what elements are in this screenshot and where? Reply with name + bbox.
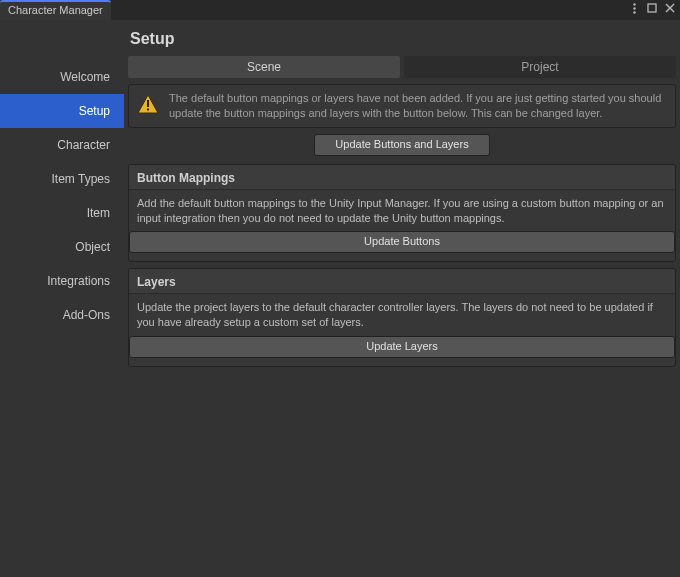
sidebar-item-label: Welcome bbox=[60, 70, 110, 84]
sidebar-item-label: Integrations bbox=[47, 274, 110, 288]
kebab-icon[interactable] bbox=[628, 2, 640, 14]
page-title: Setup bbox=[128, 24, 676, 56]
subtab-label: Project bbox=[521, 60, 558, 74]
sidebar-item-label: Object bbox=[75, 240, 110, 254]
svg-rect-8 bbox=[147, 109, 149, 111]
body: Welcome Setup Character Item Types Item … bbox=[0, 20, 680, 577]
section-body: Add the default button mappings to the U… bbox=[129, 190, 675, 230]
section-title: Layers bbox=[129, 269, 675, 294]
main: Setup Scene Project The default bu bbox=[124, 20, 680, 577]
update-buttons-button[interactable]: Update Buttons bbox=[129, 231, 675, 253]
sidebar-item-item[interactable]: Item bbox=[0, 196, 124, 230]
window-controls bbox=[628, 2, 676, 14]
sidebar-item-welcome[interactable]: Welcome bbox=[0, 60, 124, 94]
sidebar-item-label: Add-Ons bbox=[63, 308, 110, 322]
svg-point-2 bbox=[633, 11, 635, 13]
svg-point-1 bbox=[633, 7, 635, 9]
sidebar-item-object[interactable]: Object bbox=[0, 230, 124, 264]
update-layers-button[interactable]: Update Layers bbox=[129, 336, 675, 358]
sidebar: Welcome Setup Character Item Types Item … bbox=[0, 20, 124, 577]
close-icon[interactable] bbox=[664, 2, 676, 14]
sidebar-item-add-ons[interactable]: Add-Ons bbox=[0, 298, 124, 332]
update-buttons-and-layers-button[interactable]: Update Buttons and Layers bbox=[314, 134, 490, 156]
svg-rect-7 bbox=[147, 100, 149, 107]
button-label: Update Buttons bbox=[364, 235, 440, 247]
sidebar-item-label: Item bbox=[87, 206, 110, 220]
subtab-label: Scene bbox=[247, 60, 281, 74]
warning-box: The default button mappings or layers ha… bbox=[128, 84, 676, 128]
maximize-icon[interactable] bbox=[646, 2, 658, 14]
section-layers: Layers Update the project layers to the … bbox=[128, 268, 676, 367]
window: Character Manager Welcome Setup Characte… bbox=[0, 0, 680, 577]
sidebar-item-setup[interactable]: Setup bbox=[0, 94, 124, 128]
sidebar-item-label: Setup bbox=[79, 104, 110, 118]
svg-rect-3 bbox=[648, 4, 656, 12]
warning-icon bbox=[137, 93, 159, 115]
window-tab-label: Character Manager bbox=[8, 4, 103, 16]
empty-area bbox=[128, 367, 676, 577]
sidebar-item-label: Item Types bbox=[52, 172, 110, 186]
sidebar-item-integrations[interactable]: Integrations bbox=[0, 264, 124, 298]
button-label: Update Layers bbox=[366, 340, 438, 352]
section-button-mappings: Button Mappings Add the default button m… bbox=[128, 164, 676, 263]
section-title: Button Mappings bbox=[129, 165, 675, 190]
subtabs: Scene Project bbox=[128, 56, 676, 78]
svg-point-0 bbox=[633, 3, 635, 5]
sidebar-item-label: Character bbox=[57, 138, 110, 152]
subtab-project[interactable]: Project bbox=[404, 56, 676, 78]
subtab-scene[interactable]: Scene bbox=[128, 56, 400, 78]
warning-text: The default button mappings or layers ha… bbox=[169, 91, 667, 121]
sidebar-item-character[interactable]: Character bbox=[0, 128, 124, 162]
window-tab-character-manager[interactable]: Character Manager bbox=[0, 0, 111, 20]
button-label: Update Buttons and Layers bbox=[335, 138, 468, 150]
section-body: Update the project layers to the default… bbox=[129, 294, 675, 334]
sidebar-item-item-types[interactable]: Item Types bbox=[0, 162, 124, 196]
window-tabbar: Character Manager bbox=[0, 0, 680, 20]
